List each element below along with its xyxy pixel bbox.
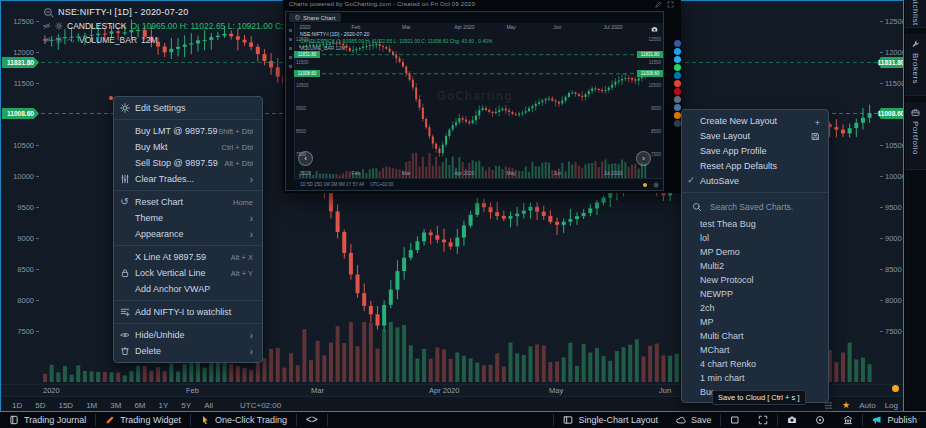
gear-icon[interactable]: [55, 36, 63, 44]
share-tumblr-icon[interactable]: [674, 120, 681, 127]
menu-item-save-layout[interactable]: Save Layout: [682, 128, 828, 143]
screenshot-icon[interactable]: [651, 26, 658, 33]
stop-icon: [730, 415, 740, 425]
menu-item-lock-vertical-line[interactable]: Lock Vertical LineAlt + Y: [114, 265, 262, 281]
price-tick: 12000: [878, 48, 904, 57]
share-telegram-icon[interactable]: [674, 56, 681, 63]
timeframe-button-1y[interactable]: 1Y: [159, 401, 169, 410]
sidebar-tab-portfolio[interactable]: Portfolio: [905, 102, 926, 170]
favorite-star-icon[interactable]: ★: [842, 401, 850, 410]
menu-item-theme[interactable]: Theme›: [114, 210, 262, 226]
timeframe-button-6m[interactable]: 6M: [134, 401, 145, 410]
expand-icon[interactable]: [667, 1, 674, 8]
toolbar-button-code-icon[interactable]: <>: [297, 412, 327, 428]
saved-chart-item[interactable]: Multi Chart: [682, 329, 828, 343]
saved-chart-item[interactable]: MChart: [682, 343, 828, 357]
saved-chart-item[interactable]: New Protocol: [682, 273, 828, 287]
timeframe-button-5d[interactable]: 5D: [35, 401, 45, 410]
menu-item-shortcut: Alt + Dbl: [224, 159, 262, 168]
trash-icon: [114, 346, 135, 356]
menu-item-autosave[interactable]: ✓AutoSave: [682, 173, 828, 188]
saved-chart-item[interactable]: 1 min chart: [682, 371, 828, 385]
share-pinterest-icon[interactable]: [674, 88, 681, 95]
menu-item-label: Clear Trades...: [135, 174, 250, 184]
timeframe-button-all[interactable]: All: [204, 401, 213, 410]
toolbar-button-single-chart-layout[interactable]: Single-Chart Layout: [554, 412, 667, 428]
timeframe-button-1m[interactable]: 1M: [86, 401, 97, 410]
sidebar-tab-watchlist[interactable]: Watchlist: [905, 0, 926, 28]
timeframe-button-15d[interactable]: 15D: [58, 401, 73, 410]
timeframe-button-5y[interactable]: 5Y: [181, 401, 191, 410]
menu-item-edit-settings[interactable]: Edit Settings: [114, 100, 262, 116]
price-tick: 8000: [1, 296, 41, 305]
scroll-left-button[interactable]: ‹: [298, 151, 313, 166]
menu-item-appearance[interactable]: Appearance›: [114, 226, 262, 242]
price-label: 11831.80: [2, 57, 39, 68]
share-blogger-icon[interactable]: [674, 112, 681, 119]
toolbar-button-publish[interactable]: Publish: [863, 412, 926, 428]
menu-divider: [682, 192, 828, 193]
saved-chart-item[interactable]: 2ch: [682, 301, 828, 315]
toolbar-button-bank-icon[interactable]: [834, 412, 862, 428]
menu-item-save-app-profile[interactable]: Save App Profile: [682, 143, 828, 158]
saved-chart-item[interactable]: lol: [682, 231, 828, 245]
mini-chart[interactable]: 2020FebMarApr 2020MayJunJul 2020 NSE:NIF…: [286, 23, 663, 190]
toolbar-button-trading-widget[interactable]: Trading Widget: [96, 412, 190, 428]
menu-item-reset-chart[interactable]: ↺Reset ChartHome: [114, 194, 262, 210]
menu-item-shortcut: Alt + X: [231, 253, 262, 262]
menu-item-buy-mkt[interactable]: Buy MktCtrl + Dbl: [114, 139, 262, 155]
magnifier-icon[interactable]: [43, 7, 54, 18]
menu-item-label: Sell Stop @ 9897.59: [135, 158, 224, 168]
toolbar-button-save[interactable]: Save: [667, 412, 721, 428]
saved-chart-item[interactable]: 4 chart Renko: [682, 357, 828, 371]
toolbar-button-camera-icon[interactable]: [778, 412, 806, 428]
share-whatsapp-icon[interactable]: [674, 64, 681, 71]
menu-item-label: Buy LMT @ 9897.59: [135, 126, 218, 136]
timeframe-button-1d[interactable]: 1D: [12, 401, 22, 410]
toolbar-button-one-click-trading[interactable]: One-Click Trading: [191, 412, 296, 428]
timezone-button[interactable]: UTC+02:00: [240, 401, 281, 410]
search-saved-charts-input[interactable]: [708, 201, 822, 213]
chevron-right-icon: ›: [250, 174, 262, 185]
eye-off-icon[interactable]: [43, 36, 51, 44]
toolbar-button-trading-journal[interactable]: Trading Journal: [0, 412, 95, 428]
log-scale-button[interactable]: Log: [885, 401, 898, 410]
saved-chart-item[interactable]: Multi2: [682, 259, 828, 273]
sidebar-tab-brokers[interactable]: Brokers: [905, 34, 926, 96]
toolbar-button-target-icon[interactable]: [806, 412, 834, 428]
menu-item-delete[interactable]: Delete›: [114, 343, 262, 359]
share-email-icon[interactable]: [674, 96, 681, 103]
menu-item-clear-trades[interactable]: Clear Trades...›: [114, 171, 262, 187]
mini-timeframe-bar: 1D 5D 15D 1M 3M 6M 1Y 5Y All UTC+02:00: [294, 178, 663, 190]
menu-item-sell-stop-9897-59[interactable]: Sell Stop @ 9897.59Alt + Dbl: [114, 155, 262, 171]
share-twitter-icon[interactable]: [674, 48, 681, 55]
edit-icon[interactable]: [655, 1, 662, 8]
toolbar-button-expand-icon[interactable]: [749, 412, 777, 428]
menu-item-buy-lmt-9897-59[interactable]: Buy LMT @ 9897.59Shift + Dbl: [114, 123, 262, 139]
scroll-right-button[interactable]: ›: [636, 151, 651, 166]
share-linkedin-icon[interactable]: [674, 72, 681, 79]
search-row: [682, 197, 828, 217]
share-reddit-icon[interactable]: [674, 80, 681, 87]
saved-chart-item[interactable]: test Thea Bug: [682, 217, 828, 231]
auto-scale-button[interactable]: Auto: [859, 401, 875, 410]
saved-chart-item[interactable]: MP Demo: [682, 245, 828, 259]
saved-chart-item[interactable]: NEWPP: [682, 287, 828, 301]
eye-off-icon[interactable]: [43, 22, 51, 30]
share-vk-icon[interactable]: [674, 104, 681, 111]
menu-item-create-new-layout[interactable]: Create New Layout+: [682, 113, 828, 128]
menu-item-x-line-at-9897-59[interactable]: X Line At 9897.59Alt + X: [114, 249, 262, 265]
share-facebook-icon[interactable]: [674, 40, 681, 47]
toolbar-button-stop-icon[interactable]: [721, 412, 749, 428]
menu-item-reset-app-defaults[interactable]: Reset App Defaults: [682, 158, 828, 173]
expand-icon: [758, 415, 768, 425]
timeframe-button-3m[interactable]: 3M: [110, 401, 121, 410]
tab-share-chart[interactable]: Share Chart: [289, 13, 341, 22]
menu-item-add-nifty-i-to-watchlist[interactable]: Add NIFTY-I to watchlist: [114, 304, 262, 320]
menu-item-hide-unhide[interactable]: Hide/Unhide›: [114, 327, 262, 343]
saved-chart-item[interactable]: MP: [682, 315, 828, 329]
menu-item-add-anchor-vwap[interactable]: Add Anchor VWAP: [114, 281, 262, 297]
chart-snapshot-popup: Charts powered by GoCharting.com - Creat…: [283, 0, 681, 193]
mini-timeframes: 1D 5D 15D 1M 3M 6M 1Y 5Y All: [294, 182, 364, 187]
gear-icon[interactable]: [55, 22, 63, 30]
